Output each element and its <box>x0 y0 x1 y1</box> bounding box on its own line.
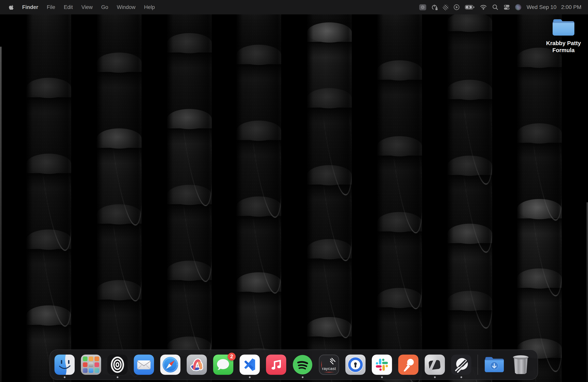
raycast-icon: raycast <box>319 355 339 375</box>
dock-folder-downloads[interactable] <box>484 355 504 375</box>
wallpaper-column <box>26 0 71 382</box>
desktop: Finder File Edit View Go Window Help <box>0 0 588 382</box>
dock-app-slack[interactable] <box>372 355 392 375</box>
linear-icon <box>451 355 471 375</box>
spotify-icon <box>293 355 313 375</box>
wallpaper-column <box>236 0 281 382</box>
battery-charging-icon[interactable] <box>465 4 475 10</box>
dock-app-d-logo[interactable] <box>425 355 445 375</box>
starburst-icon[interactable] <box>419 4 426 10</box>
postman-icon <box>398 355 419 375</box>
notification-badge: 2 <box>228 353 236 361</box>
menu-go[interactable]: Go <box>97 4 113 10</box>
downloads-folder-icon <box>484 356 504 373</box>
dock-app-messages[interactable]: 2 <box>213 355 233 375</box>
concentric-rings-icon <box>107 355 127 375</box>
menu-file[interactable]: File <box>42 4 60 10</box>
dock-app-launchpad[interactable] <box>81 355 101 375</box>
wallpaper-edge-left <box>0 47 1 382</box>
music-icon <box>266 355 286 375</box>
dock-app-mail[interactable] <box>134 355 154 375</box>
menu-help[interactable]: Help <box>140 4 159 10</box>
safari-icon <box>160 355 180 375</box>
menu-edit[interactable]: Edit <box>60 4 77 10</box>
dock-app-rings[interactable] <box>107 355 127 375</box>
raycast-label: raycast <box>319 366 338 371</box>
trash-icon <box>513 355 528 374</box>
spotlight-search-icon[interactable] <box>492 4 498 10</box>
wifi-icon[interactable] <box>480 4 487 10</box>
dock-app-spotify[interactable] <box>293 355 313 375</box>
control-center-icon[interactable] <box>504 4 510 10</box>
mail-icon <box>134 355 154 375</box>
dock-app-1password[interactable] <box>345 355 366 375</box>
desktop-wallpaper <box>0 0 588 382</box>
menu-bar: Finder File Edit View Go Window Help <box>0 0 588 14</box>
wallpaper-edge-right <box>587 202 588 382</box>
folder-icon <box>552 18 575 37</box>
dock-app-safari[interactable] <box>160 355 180 375</box>
dock-app-arc[interactable] <box>187 355 207 375</box>
finder-icon <box>54 355 75 375</box>
dock-app-raycast[interactable]: raycast <box>319 355 339 375</box>
wallpaper-column <box>447 0 492 382</box>
dock-app-postman[interactable] <box>398 355 419 375</box>
d-logo-icon <box>425 355 445 375</box>
desktop-folder-krabby-patty-formula[interactable]: Krabby Patty Formula <box>540 18 587 54</box>
menu-window[interactable]: Window <box>113 4 140 10</box>
wallpaper-column <box>97 0 142 382</box>
launchpad-icon <box>81 355 101 375</box>
dock-app-finder[interactable] <box>54 355 75 375</box>
siri-icon[interactable] <box>515 4 521 10</box>
apple-menu-icon[interactable] <box>8 4 15 11</box>
striped-badge-icon[interactable] <box>442 4 449 11</box>
screen-lock-icon[interactable] <box>431 4 438 11</box>
slack-icon <box>372 355 392 375</box>
play-circle-icon[interactable] <box>453 4 460 10</box>
wallpaper-column <box>517 0 562 382</box>
dock-app-music[interactable] <box>266 355 286 375</box>
menu-view[interactable]: View <box>77 4 97 10</box>
dock-app-linear[interactable] <box>451 355 471 375</box>
folder-label: Krabby Patty Formula <box>540 40 587 54</box>
1password-icon <box>345 355 366 375</box>
wallpaper-column <box>307 0 352 382</box>
wallpaper-column <box>167 0 212 382</box>
dock-app-vscode[interactable] <box>240 355 260 375</box>
dock-divider <box>478 355 478 375</box>
dock-trash[interactable] <box>511 355 531 375</box>
vscode-icon <box>240 355 260 375</box>
menubar-date[interactable]: Wed Sep 10 <box>526 4 556 10</box>
dock: 2 <box>50 350 538 380</box>
wallpaper-column <box>377 0 422 382</box>
menu-app-name[interactable]: Finder <box>18 4 42 10</box>
arc-icon <box>187 355 207 375</box>
menubar-time[interactable]: 2:00 PM <box>561 4 581 10</box>
